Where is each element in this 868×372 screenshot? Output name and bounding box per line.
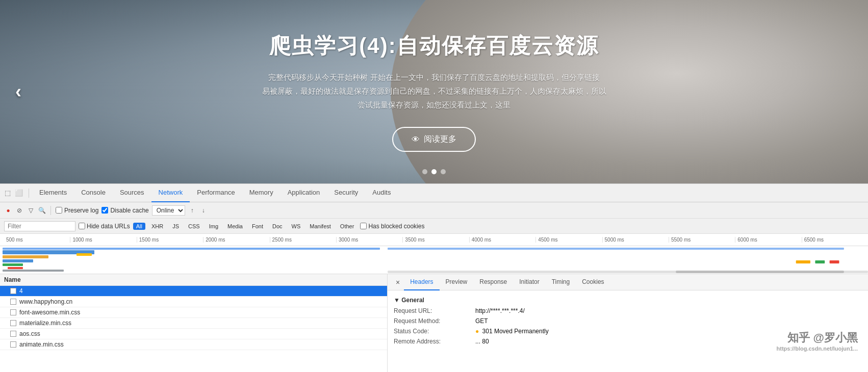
hero-description: 完整代码移步从今天开始种树 开始在上一文中，我们保存了百度云盘的地址和提取码，但… — [262, 70, 606, 112]
tl-1500: 1500 ms — [137, 237, 203, 243]
main-panel: Name 4 www.happyhong.cn font-awesome.min… — [0, 274, 868, 372]
hero-title: 爬虫学习(4):自动保存百度云资源 — [262, 32, 606, 60]
details-tab-headers[interactable]: Headers — [404, 274, 439, 290]
tl-6500: 6500 ms — [802, 237, 868, 243]
tab-elements[interactable]: Elements — [32, 184, 74, 202]
tl-500: 500 ms — [4, 237, 70, 243]
tl-1000: 1000 ms — [70, 237, 136, 243]
stop-button[interactable]: ⊘ — [15, 206, 23, 215]
status-dot-icon: ● — [475, 328, 479, 335]
hero-prev-button[interactable]: ‹ — [15, 81, 21, 102]
throttle-select[interactable]: Online — [152, 205, 185, 216]
blocked-cookies-checkbox[interactable]: Has blocked cookies — [360, 223, 424, 230]
hide-data-urls-input[interactable] — [79, 223, 85, 229]
devtools-icon-group: ⬚ ⬜ — [3, 189, 29, 198]
hero-dot-3[interactable] — [441, 169, 446, 174]
filter-all[interactable]: All — [133, 223, 145, 230]
hero-section: ‹ 爬虫学习(4):自动保存百度云资源 完整代码移步从今天开始种树 开始在上一文… — [0, 0, 868, 183]
tab-audits[interactable]: Audits — [365, 184, 398, 202]
preserve-log-input[interactable] — [56, 207, 62, 214]
filter-doc[interactable]: Doc — [269, 223, 286, 230]
file-name-4: aos.css — [19, 330, 383, 337]
import-button[interactable]: ↑ — [188, 206, 196, 215]
details-tab-initiator[interactable]: Initiator — [513, 274, 545, 290]
preserve-log-checkbox[interactable]: Preserve log — [56, 207, 98, 214]
tl-6000: 6000 ms — [735, 237, 801, 243]
detail-row-status: Status Code: ● 301 Moved Permanently — [394, 326, 862, 336]
tab-security[interactable]: Security — [327, 184, 365, 202]
tab-console[interactable]: Console — [74, 184, 113, 202]
detail-key-url: Request URL: — [394, 307, 475, 314]
details-tab-response[interactable]: Response — [473, 274, 513, 290]
detail-val-status: ● 301 Moved Permanently — [475, 328, 549, 335]
device-icon[interactable]: ⬜ — [14, 189, 23, 198]
svg-rect-11 — [676, 271, 844, 273]
devtools-panel: ⬚ ⬜ Elements Console Sources Network Per… — [0, 183, 868, 372]
file-item-2[interactable]: font-awesome.min.css — [0, 307, 387, 318]
disable-cache-checkbox[interactable]: Disable cache — [101, 207, 148, 214]
svg-rect-8 — [3, 248, 380, 250]
detail-row-remote: Remote Address: ... 80 — [394, 336, 862, 347]
detail-val-remote: ... 80 — [475, 338, 489, 345]
tab-sources[interactable]: Sources — [113, 184, 151, 202]
svg-rect-4 — [8, 267, 23, 269]
blocked-cookies-input[interactable] — [360, 223, 367, 229]
file-item-4[interactable]: aos.css — [0, 329, 387, 339]
file-checkbox-2[interactable] — [10, 309, 16, 315]
network-overview-chart — [0, 246, 868, 274]
details-tab-timing[interactable]: Timing — [546, 274, 576, 290]
tab-performance[interactable]: Performance — [190, 184, 242, 202]
filter-css[interactable]: CSS — [185, 223, 203, 230]
devtools-tab-bar: ⬚ ⬜ Elements Console Sources Network Per… — [0, 184, 868, 202]
file-checkbox-3[interactable] — [10, 320, 16, 326]
hero-content: 爬虫学习(4):自动保存百度云资源 完整代码移步从今天开始种树 开始在上一文中，… — [221, 32, 647, 152]
hero-dots — [422, 169, 446, 174]
filter-input[interactable] — [4, 221, 75, 231]
hide-data-urls-checkbox[interactable]: Hide data URLs — [79, 223, 130, 230]
waterfall-overview-svg — [388, 246, 868, 274]
filter-js[interactable]: JS — [169, 223, 182, 230]
timeline-labels: 500 ms 1000 ms 1500 ms 2000 ms 2500 ms 3… — [4, 237, 868, 243]
svg-rect-12 — [796, 260, 810, 263]
file-list-header: Name — [0, 274, 387, 286]
filter-other[interactable]: Other — [337, 223, 358, 230]
filter-toggle[interactable]: ▽ — [27, 206, 35, 215]
cursor-icon[interactable]: ⬚ — [3, 189, 12, 198]
hero-dot-2[interactable] — [431, 169, 437, 174]
disable-cache-input[interactable] — [101, 207, 108, 214]
read-more-button[interactable]: 👁 阅读更多 — [392, 127, 476, 152]
details-tab-preview[interactable]: Preview — [440, 274, 474, 290]
filter-bar: Hide data URLs All XHR JS CSS Img Media … — [0, 219, 868, 234]
file-checkbox-5[interactable] — [10, 341, 16, 348]
search-button[interactable]: 🔍 — [38, 206, 46, 215]
toolbar-sep-1 — [50, 206, 51, 215]
file-item-1[interactable]: www.happyhong.cn — [0, 297, 387, 307]
timeline-labels-bar: 500 ms 1000 ms 1500 ms 2000 ms 2500 ms 3… — [0, 234, 868, 246]
filter-img[interactable]: Img — [206, 223, 221, 230]
file-item-0[interactable]: 4 — [0, 286, 387, 297]
record-button[interactable]: ● — [4, 206, 12, 215]
svg-rect-3 — [3, 263, 23, 266]
tl-3000: 3000 ms — [336, 237, 402, 243]
hero-dot-1[interactable] — [422, 169, 427, 174]
request-bars-svg — [0, 246, 388, 274]
filter-xhr[interactable]: XHR — [148, 223, 166, 230]
file-checkbox-4[interactable] — [10, 331, 16, 337]
tl-3500: 3500 ms — [402, 237, 469, 243]
filter-font[interactable]: Font — [249, 223, 266, 230]
tab-memory[interactable]: Memory — [242, 184, 280, 202]
svg-rect-1 — [3, 255, 48, 258]
details-close-button[interactable]: × — [392, 278, 404, 286]
file-checkbox-0[interactable] — [10, 288, 16, 294]
filter-media[interactable]: Media — [224, 223, 246, 230]
tab-application[interactable]: Application — [280, 184, 327, 202]
file-item-3[interactable]: materialize.min.css — [0, 318, 387, 329]
file-item-5[interactable]: animate.min.css — [0, 339, 387, 350]
filter-ws[interactable]: WS — [289, 223, 304, 230]
file-checkbox-1[interactable] — [10, 299, 16, 305]
detail-val-method: GET — [475, 317, 488, 325]
tab-network[interactable]: Network — [151, 184, 190, 202]
filter-manifest[interactable]: Manifest — [307, 223, 334, 230]
export-button[interactable]: ↓ — [199, 206, 208, 215]
details-tab-cookies[interactable]: Cookies — [576, 274, 610, 290]
